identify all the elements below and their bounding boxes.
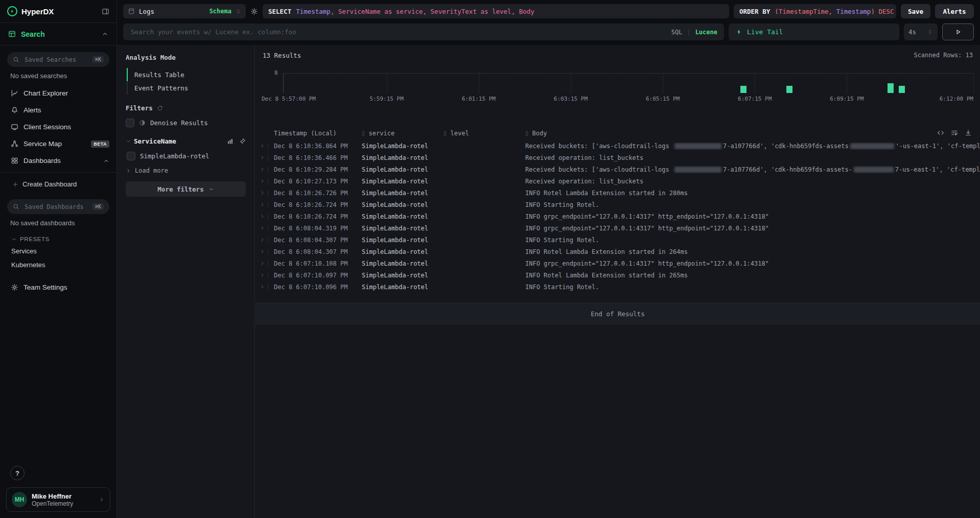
- alerts-button[interactable]: Alerts: [935, 4, 974, 18]
- dashboards-icon: [10, 157, 18, 165]
- presets-toggle[interactable]: PRESETS: [0, 232, 116, 244]
- drag-handle-icon[interactable]: ⣿: [444, 131, 448, 136]
- table-row[interactable]: Dec 8 6:10:26.726 PMSimpleLambda-rotelIN…: [255, 187, 980, 199]
- expand-row-button[interactable]: [260, 202, 274, 208]
- servicename-group-header[interactable]: ServiceName: [126, 137, 246, 145]
- end-of-results: End of Results: [255, 303, 980, 324]
- histogram-bar[interactable]: [740, 86, 746, 93]
- histogram-bar[interactable]: [899, 86, 905, 93]
- table-row[interactable]: Dec 8 6:07:10.096 PMSimpleLambda-rotelIN…: [255, 281, 980, 293]
- live-tail-button[interactable]: Live Tail: [729, 23, 899, 40]
- chart-icon[interactable]: [227, 138, 234, 145]
- event-search-box[interactable]: SQL | Lucene: [123, 23, 724, 40]
- expand-row-button[interactable]: [260, 178, 274, 184]
- table-row[interactable]: Dec 8 6:08:04.307 PMSimpleLambda-rotelIN…: [255, 234, 980, 246]
- saved-dashboards-input[interactable]: ⌘K: [7, 199, 109, 214]
- expand-row-button[interactable]: [260, 225, 274, 231]
- table-row[interactable]: Dec 8 6:10:29.284 PMSimpleLambda-rotelRe…: [255, 163, 980, 175]
- column-header-timestamp[interactable]: Timestamp (Local): [274, 130, 362, 137]
- source-settings-gear-icon[interactable]: [250, 8, 258, 15]
- load-more-button[interactable]: Load more: [126, 167, 246, 174]
- expand-row-button[interactable]: [260, 143, 274, 149]
- x-tick-label: Dec 8 5:57:00 PM: [262, 96, 316, 102]
- chevron-down-icon: [208, 186, 214, 192]
- query-segment: Body: [519, 8, 534, 15]
- expand-row-button[interactable]: [260, 190, 274, 196]
- source-label: Logs: [139, 8, 154, 15]
- drag-handle-icon[interactable]: ⣿: [525, 131, 529, 136]
- sidebar-item-search[interactable]: Search: [0, 22, 116, 45]
- filter-value-label: SimpleLambda-rotel: [140, 152, 209, 160]
- sidebar-item-alerts[interactable]: Alerts: [0, 102, 116, 119]
- mode-event-patterns[interactable]: Event Patterns: [127, 81, 246, 95]
- table-row[interactable]: Dec 8 6:10:26.724 PMSimpleLambda-rotelIN…: [255, 210, 980, 222]
- cell-timestamp: Dec 8 6:08:04.307 PM: [274, 237, 362, 244]
- collapse-sidebar-icon[interactable]: [102, 8, 109, 15]
- denoise-checkbox[interactable]: [126, 119, 134, 127]
- table-row[interactable]: Dec 8 6:07:10.097 PMSimpleLambda-rotelIN…: [255, 269, 980, 281]
- download-icon[interactable]: [965, 129, 972, 136]
- schema-label: Schema: [209, 8, 231, 15]
- run-query-button[interactable]: [942, 23, 974, 40]
- expand-row-button[interactable]: [260, 155, 274, 161]
- table-row[interactable]: Dec 8 6:10:26.724 PMSimpleLambda-rotelIN…: [255, 199, 980, 210]
- expand-row-button[interactable]: [260, 214, 274, 220]
- sidebar-item-dashboards[interactable]: Dashboards: [0, 152, 116, 169]
- expand-row-button[interactable]: [260, 284, 274, 290]
- drag-handle-icon[interactable]: ⣿: [362, 131, 366, 136]
- lucene-toggle[interactable]: Lucene: [695, 29, 717, 36]
- table-row[interactable]: Dec 8 6:10:27.173 PMSimpleLambda-rotelRe…: [255, 175, 980, 187]
- histogram-bar[interactable]: [888, 83, 894, 93]
- wrap-lines-icon[interactable]: [951, 129, 958, 136]
- user-card[interactable]: MH Mike Heffner OpenTelemetry: [6, 487, 110, 512]
- create-dashboard-button[interactable]: Create Dashboard: [0, 176, 116, 193]
- sidebar-item-team-settings[interactable]: Team Settings: [0, 279, 116, 296]
- table-row[interactable]: Dec 8 6:08:04.319 PMSimpleLambda-rotelIN…: [255, 222, 980, 234]
- sql-toggle[interactable]: SQL: [671, 29, 683, 36]
- preset-item-services[interactable]: Services: [0, 244, 116, 258]
- orderby-input[interactable]: ORDER BY (TimestampTime, Timestamp) DESC: [734, 4, 896, 18]
- table-row[interactable]: Dec 8 6:10:36.864 PMSimpleLambda-rotelRe…: [255, 140, 980, 152]
- saved-searches-input[interactable]: ⌘K: [7, 52, 109, 67]
- expand-row-button[interactable]: [260, 272, 274, 278]
- filter-value-simplelambda-rotel[interactable]: SimpleLambda-rotel: [127, 152, 246, 160]
- results-main: 13 Results Scanned Rows: 13 8 Dec 8 5:57…: [255, 45, 980, 518]
- code-view-icon[interactable]: [937, 129, 944, 136]
- y-axis-max-label: 8: [274, 69, 278, 76]
- sidebar-item-service-map[interactable]: Service MapBETA: [0, 135, 116, 152]
- denoise-checkbox-row[interactable]: Denoise Results: [126, 119, 246, 127]
- query-segment: ,: [331, 8, 338, 15]
- refresh-interval-select[interactable]: 4s: [904, 23, 938, 40]
- results-histogram[interactable]: 8: [283, 73, 973, 93]
- sidebar-item-chart-explorer[interactable]: Chart Explorer: [0, 85, 116, 102]
- save-button[interactable]: Save: [901, 4, 930, 18]
- source-selector[interactable]: Logs Schema: [123, 4, 246, 18]
- table-row[interactable]: Dec 8 6:07:10.108 PMSimpleLambda-rotelIN…: [255, 257, 980, 269]
- expand-row-button[interactable]: [260, 237, 274, 243]
- column-header-service[interactable]: ⣿ service: [362, 130, 444, 137]
- expand-row-button[interactable]: [260, 261, 274, 267]
- column-header-level[interactable]: ⣿ level: [444, 130, 525, 137]
- chevron-up-icon: [103, 158, 109, 164]
- shortcut-badge: ⌘K: [92, 56, 104, 63]
- saved-dashboards-field[interactable]: [24, 203, 88, 211]
- pin-icon[interactable]: [239, 138, 246, 145]
- saved-searches-field[interactable]: [24, 56, 88, 64]
- sidebar-item-client-sessions[interactable]: Client Sessions: [0, 119, 116, 135]
- help-button[interactable]: ?: [10, 466, 25, 480]
- refresh-icon[interactable]: [157, 105, 163, 111]
- expand-row-button[interactable]: [260, 167, 274, 173]
- column-header-body[interactable]: ⣿ Body: [525, 130, 980, 137]
- event-search-input[interactable]: [130, 28, 666, 36]
- table-row[interactable]: Dec 8 6:10:36.466 PMSimpleLambda-rotelRe…: [255, 152, 980, 163]
- preset-item-kubernetes[interactable]: Kubernetes: [0, 258, 116, 272]
- select-query-input[interactable]: SELECT Timestamp, ServiceName as service…: [263, 4, 729, 18]
- expand-row-button[interactable]: [260, 249, 274, 255]
- histogram-bar[interactable]: [786, 86, 792, 93]
- plus-icon: [12, 181, 18, 187]
- more-filters-button[interactable]: More filters: [126, 181, 246, 197]
- filter-checkbox[interactable]: [127, 152, 135, 160]
- table-row[interactable]: Dec 8 6:08:04.307 PMSimpleLambda-rotelIN…: [255, 246, 980, 257]
- mode-results-table[interactable]: Results Table: [127, 68, 246, 81]
- chevron-right-icon: [260, 237, 265, 243]
